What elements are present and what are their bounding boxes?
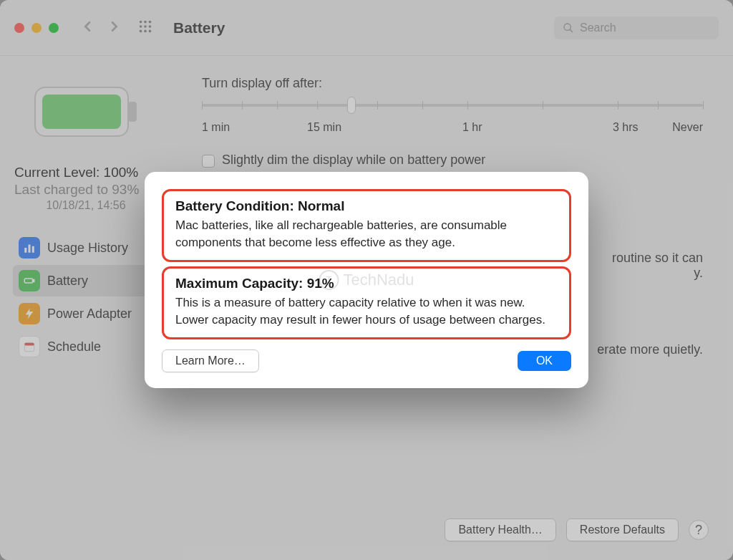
battery-health-dialog: TTechNadu Battery Condition: Normal Mac … [145,172,588,387]
battery-condition-title: Battery Condition: Normal [175,198,558,214]
modal-overlay: TTechNadu Battery Condition: Normal Mac … [0,0,733,560]
maximum-capacity-section: Maximum Capacity: 91% This is a measure … [162,266,571,339]
maximum-capacity-title: Maximum Capacity: 91% [175,276,558,291]
dialog-buttons: Learn More… OK [162,349,571,372]
ok-button[interactable]: OK [518,351,571,371]
battery-condition-section: Battery Condition: Normal Mac batteries,… [162,189,571,262]
learn-more-button[interactable]: Learn More… [162,349,259,372]
system-preferences-window: Battery Search Current Level: 100% Last … [0,0,733,560]
maximum-capacity-body: This is a measure of battery capacity re… [175,294,558,329]
battery-condition-body: Mac batteries, like all rechargeable bat… [175,217,558,251]
